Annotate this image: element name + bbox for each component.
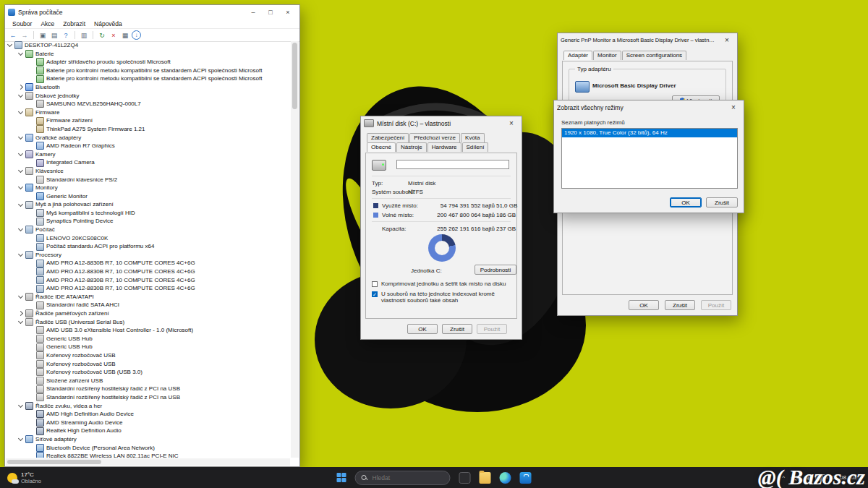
disk-dialog-titlebar[interactable]: Místní disk (C:) – vlastnosti × <box>361 116 522 130</box>
tree-item[interactable]: Kořenový rozbočovač USB <box>6 360 290 369</box>
tree-item[interactable]: Diskové jednotky <box>6 92 290 100</box>
window-button[interactable]: ▣ <box>38 30 48 40</box>
scrollbar-thumb[interactable] <box>292 43 297 109</box>
tree-expander-icon[interactable] <box>7 43 12 48</box>
scrollbar-thumb[interactable] <box>7 460 101 464</box>
tree-item[interactable]: AMD High Definition Audio Device <box>6 410 290 419</box>
tree-expander-icon[interactable] <box>18 185 23 190</box>
close-icon[interactable]: × <box>726 102 741 113</box>
tree-item[interactable]: Synaptics Pointing Device <box>6 217 290 226</box>
tree-item[interactable]: AMD PRO A12-8830B R7, 10 COMPUTE CORES 4… <box>6 259 290 267</box>
close-icon[interactable]: × <box>720 35 734 46</box>
task-view-icon[interactable] <box>459 472 471 484</box>
scan-button[interactable]: ▦ <box>120 30 130 40</box>
tree-item[interactable]: Procesory <box>6 251 290 260</box>
tab-monitor[interactable]: Monitor <box>593 51 621 60</box>
tree-expander-icon[interactable] <box>18 135 23 140</box>
tree-expander-icon[interactable] <box>18 320 23 325</box>
close-icon[interactable]: × <box>504 118 519 129</box>
refresh-button[interactable]: ↻ <box>97 30 107 40</box>
tab-adapte-r[interactable]: Adaptér <box>563 51 592 60</box>
volume-label-input[interactable] <box>396 160 509 169</box>
tree-item[interactable]: AMD Streaming Audio Device <box>6 419 290 427</box>
tree-item[interactable]: Počítač standardu ACPI pro platformu x64 <box>6 242 290 251</box>
menu-napoveda[interactable]: Nápověda <box>90 20 127 27</box>
ok-button[interactable]: OK <box>670 197 702 207</box>
tree-expander-icon[interactable] <box>18 437 23 442</box>
tree-item[interactable]: LENOVO 20KCS08C0K <box>6 234 290 243</box>
forward-button[interactable]: → <box>20 30 30 40</box>
cancel-button[interactable]: Zrušit <box>706 197 738 207</box>
tree-item[interactable]: Řadiče paměťových zařízení <box>6 309 290 318</box>
menu-akce[interactable]: Akce <box>36 20 59 27</box>
back-button[interactable]: ← <box>8 30 18 40</box>
update-driver-button[interactable]: ↓ <box>132 30 141 40</box>
tree-item[interactable]: Standardní klávesnice PS/2 <box>6 176 290 184</box>
weather-widget[interactable]: 17°C Oblačno <box>0 471 41 484</box>
tree-item[interactable]: Integrated Camera <box>6 158 290 167</box>
tree-item[interactable]: Klávesnice <box>6 167 290 176</box>
tree-expander-icon[interactable] <box>18 152 23 157</box>
tab-pr-edchozi-verze[interactable]: Předchozí verze <box>409 133 460 142</box>
tree-item[interactable]: Generic USB Hub <box>6 335 290 343</box>
mode-list-item[interactable]: 1920 x 1080, True Color (32 bitů), 64 Hz <box>562 129 737 137</box>
tree-item[interactable]: Počítač <box>6 226 290 234</box>
tree-expander-icon[interactable] <box>18 93 23 98</box>
tree-item[interactable]: Myš a jiná polohovací zařízení <box>6 200 290 209</box>
minimize-button[interactable]: – <box>244 6 262 18</box>
cancel-button[interactable]: Zrušit <box>442 324 472 334</box>
tab-sdi-leni-[interactable]: Sdílení <box>462 142 489 152</box>
ok-button[interactable]: OK <box>629 300 659 310</box>
tree-item[interactable]: Monitory <box>6 184 290 192</box>
tree-expander-icon[interactable] <box>18 110 23 115</box>
compress-checkbox[interactable] <box>372 281 378 287</box>
apply-button[interactable]: Použít <box>477 324 507 334</box>
tree-item[interactable]: Adaptér střídavého proudu společnosti Mi… <box>6 58 290 67</box>
tree-item[interactable]: Realtek High Definition Audio <box>6 427 290 435</box>
tree-item[interactable]: Kamery <box>6 150 290 159</box>
tab-kvo-ta[interactable]: Kvóta <box>461 133 484 142</box>
tree-item[interactable]: Standardní rozšířený hostitelský řadič z… <box>6 393 290 402</box>
tree-item[interactable]: Standardní řadič SATA AHCI <box>6 301 290 309</box>
tab-obecne-[interactable]: Obecné <box>367 142 396 152</box>
tree-expander-icon[interactable] <box>18 168 23 174</box>
tree-expander-icon[interactable] <box>18 85 23 90</box>
tree-item[interactable]: AMD PRO A12-8830B R7, 10 COMPUTE CORES 4… <box>6 284 290 293</box>
tree-item[interactable]: Řadiče IDE ATA/ATAPI <box>6 293 290 301</box>
tab-zabezpec-eni-[interactable]: Zabezpečení <box>367 133 409 142</box>
tree-item[interactable]: Generic Monitor <box>6 192 290 201</box>
tree-item[interactable]: Firmware zařízení <box>6 116 290 125</box>
device-manager-titlebar[interactable]: Správa počítače – □ × <box>5 5 299 19</box>
tree-item[interactable]: Kořenový rozbočovač USB (USB 3.0) <box>6 368 290 377</box>
file-explorer-icon[interactable] <box>480 472 491 484</box>
tree-item[interactable]: ThinkPad A275 System Firmware 1.21 <box>6 125 290 134</box>
start-button[interactable] <box>337 473 346 482</box>
apply-button[interactable]: Použít <box>701 300 731 310</box>
properties-button[interactable]: ▤ <box>49 30 59 40</box>
help-button[interactable]: ? <box>61 30 71 40</box>
tree-item[interactable]: Kořenový rozbočovač USB <box>6 351 290 360</box>
close-button[interactable]: × <box>279 6 297 18</box>
tree-item[interactable]: Grafické adaptéry <box>6 134 290 142</box>
modes-dialog-titlebar[interactable]: Zobrazit všechny režimy × <box>554 100 744 114</box>
search-box[interactable] <box>355 471 451 485</box>
tree-item[interactable]: Baterie <box>6 50 290 59</box>
tree-item[interactable]: AMD PRO A12-8830B R7, 10 COMPUTE CORES 4… <box>6 276 290 285</box>
horizontal-scrollbar[interactable] <box>6 458 290 466</box>
tab-na-stroje[interactable]: Nástroje <box>396 142 427 152</box>
tree-expander-icon[interactable] <box>18 403 23 408</box>
tree-item[interactable]: AMD Radeon R7 Graphics <box>6 142 290 150</box>
tree-item[interactable]: AMD USB 3.0 eXtensible Host Controller -… <box>6 326 290 335</box>
tree-item[interactable]: Bluetooth <box>6 83 290 92</box>
tree-item[interactable]: Realtek 8822BE Wireless LAN 802.11ac PCI… <box>6 452 290 458</box>
devices-list-button[interactable]: ▥ <box>79 30 89 40</box>
tree-item[interactable]: Baterie pro kontrolní metodu kompatibiln… <box>6 74 290 83</box>
tree-item[interactable]: Myš kompatibilní s technologií HID <box>6 209 290 218</box>
monitor-dialog-titlebar[interactable]: Generic PnP Monitor a Microsoft Basic Di… <box>558 33 737 47</box>
tree-item[interactable]: Generic USB Hub <box>6 343 290 351</box>
uninstall-button[interactable]: × <box>109 30 119 40</box>
tree-item[interactable]: Baterie pro kontrolní metodu kompatibiln… <box>6 67 290 75</box>
index-checkbox[interactable]: ✓ <box>372 291 378 297</box>
search-input[interactable] <box>371 474 444 482</box>
cancel-button[interactable]: Zrušit <box>665 300 695 310</box>
